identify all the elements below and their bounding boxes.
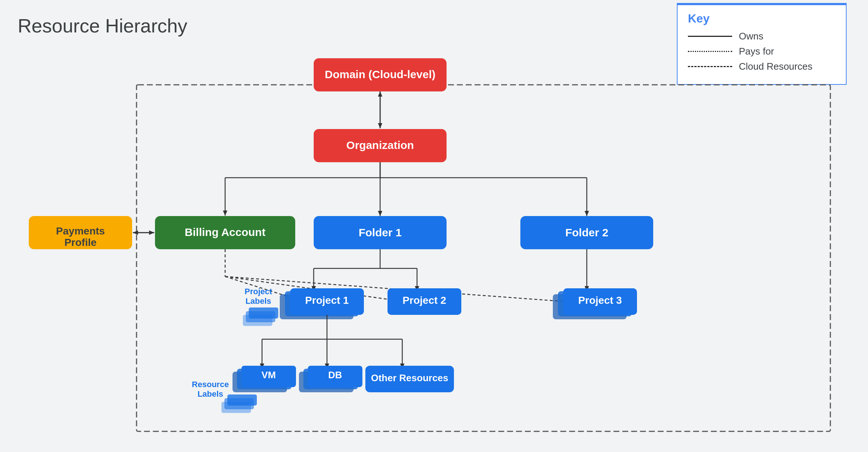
svg-text:Labels: Labels — [245, 296, 271, 306]
svg-text:Other Resources: Other Resources — [371, 372, 448, 383]
key-title: Key — [688, 12, 836, 25]
svg-text:Billing Account: Billing Account — [185, 226, 266, 238]
diagram-svg: Domain (Cloud-level) Organization Billin… — [11, 48, 852, 446]
svg-marker-4 — [378, 91, 382, 97]
svg-text:Organization: Organization — [346, 139, 414, 151]
svg-text:Labels: Labels — [197, 389, 223, 399]
svg-rect-81 — [227, 394, 257, 406]
svg-text:VM: VM — [262, 369, 276, 380]
svg-text:DB: DB — [328, 369, 342, 380]
svg-text:Profile: Profile — [64, 237, 96, 248]
svg-text:Payments: Payments — [56, 225, 105, 237]
page-title: Resource Hierarchy — [18, 15, 187, 37]
svg-marker-17 — [585, 211, 589, 216]
svg-text:Resource: Resource — [192, 380, 229, 389]
svg-text:Project: Project — [245, 287, 272, 296]
svg-text:Project 1: Project 1 — [305, 295, 349, 306]
svg-text:Project 2: Project 2 — [403, 295, 446, 306]
svg-marker-25 — [133, 230, 138, 235]
svg-text:Domain (Cloud-level): Domain (Cloud-level) — [325, 68, 435, 80]
svg-marker-24 — [149, 230, 154, 235]
svg-rect-84 — [249, 307, 278, 319]
svg-text:Folder 2: Folder 2 — [565, 226, 609, 239]
svg-text:Project 3: Project 3 — [578, 295, 622, 306]
svg-marker-13 — [378, 211, 382, 216]
svg-text:Folder 1: Folder 1 — [359, 226, 402, 239]
svg-marker-5 — [378, 123, 382, 128]
key-item-owns: Owns — [688, 31, 836, 42]
svg-marker-11 — [223, 211, 227, 216]
